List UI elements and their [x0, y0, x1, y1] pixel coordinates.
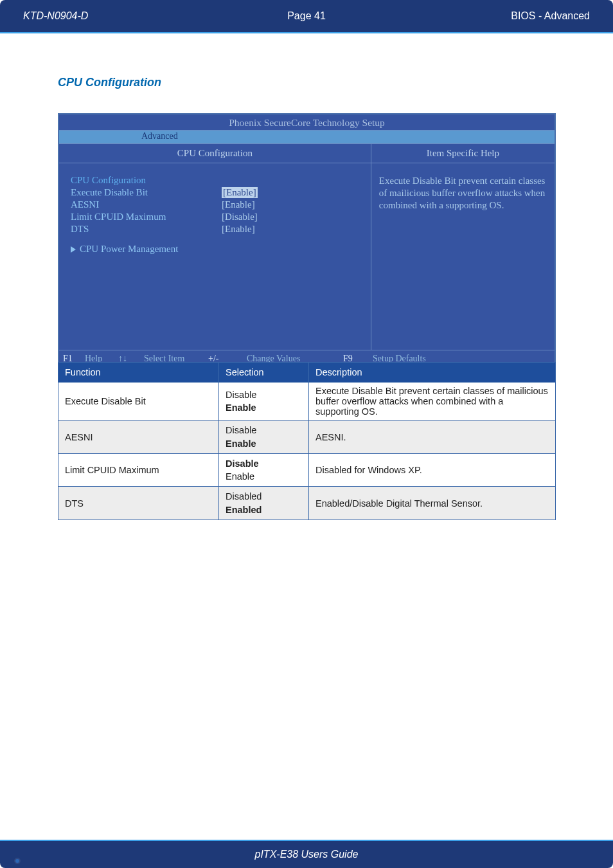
- bios-item-title: CPU Configuration: [71, 175, 364, 186]
- bios-right-panel: Item Specific Help Execute Disable Bit p…: [371, 144, 555, 350]
- selection-option: Disable: [226, 388, 302, 401]
- cell-function: Execute Disable Bit: [58, 383, 219, 420]
- table-row: AESNIDisableEnableAESNI.: [58, 420, 556, 454]
- bios-left-content: CPU Configuration Execute Disable Bit [E…: [59, 163, 371, 350]
- selection-option: Enable: [226, 470, 302, 483]
- cell-description: AESNI.: [309, 420, 556, 454]
- table-row: Execute Disable BitDisableEnableExecute …: [58, 383, 556, 420]
- bios-item-dts[interactable]: DTS [Enable]: [71, 224, 364, 235]
- bios-item-limit-cpuid[interactable]: Limit CPUID Maximum [Disable]: [71, 212, 364, 222]
- cell-selection: DisableEnable: [219, 383, 309, 420]
- bios-body: CPU Configuration CPU Configuration Exec…: [59, 143, 555, 350]
- cell-description: Disabled for Windows XP.: [309, 453, 556, 487]
- bios-item-value: [Enable]: [222, 199, 255, 210]
- cell-function: AESNI: [58, 420, 219, 454]
- page-header: KTD-N0904-D Page 41 BIOS - Advanced: [0, 0, 613, 33]
- section-heading: CPU Configuration: [58, 76, 161, 89]
- bios-setup-title: Phoenix SecureCore Technology Setup: [59, 114, 555, 131]
- section-path: BIOS - Advanced: [401, 10, 590, 22]
- cell-selection: DisableEnable: [219, 453, 309, 487]
- bios-left-panel: CPU Configuration CPU Configuration Exec…: [59, 144, 371, 350]
- page-footer: pITX-E38 Users Guide: [0, 840, 613, 868]
- th-function: Function: [58, 363, 219, 383]
- bios-item-label: DTS: [71, 224, 222, 235]
- selection-option: Disable: [226, 457, 302, 470]
- cell-description: Execute Disable Bit prevent certain clas…: [309, 383, 556, 420]
- bios-setup-panel: Phoenix SecureCore Technology Setup Adva…: [58, 113, 556, 383]
- bios-left-title: CPU Configuration: [59, 144, 371, 163]
- bios-item-value-selected[interactable]: [Enable]: [222, 187, 258, 198]
- bios-item-execute-disable-bit[interactable]: Execute Disable Bit [Enable]: [71, 187, 364, 198]
- cell-selection: DisabledEnabled: [219, 487, 309, 520]
- bios-right-title: Item Specific Help: [371, 144, 555, 163]
- selection-option: Enable: [226, 437, 302, 450]
- selection-option: Disable: [226, 424, 302, 437]
- bios-tab-advanced[interactable]: Advanced: [134, 131, 186, 142]
- table-row: DTSDisabledEnabledEnabled/Disable Digita…: [58, 487, 556, 520]
- bios-help-text: Execute Disable Bit prevent certain clas…: [371, 163, 555, 222]
- bios-submenu-label: CPU Power Management: [80, 244, 178, 254]
- selection-option: Enable: [226, 401, 302, 414]
- bios-item-label: Limit CPUID Maximum: [71, 212, 222, 222]
- cell-function: Limit CPUID Maximum: [58, 453, 219, 487]
- th-description: Description: [309, 363, 556, 383]
- bios-item-label: Execute Disable Bit: [71, 187, 222, 198]
- cell-selection: DisableEnable: [219, 420, 309, 454]
- selection-option: Disabled: [226, 490, 302, 503]
- bios-tab-row: Advanced: [59, 131, 555, 143]
- page-number: Page 41: [212, 10, 401, 22]
- cell-description: Enabled/Disable Digital Thermal Sensor.: [309, 487, 556, 520]
- doc-id: KTD-N0904-D: [23, 10, 212, 22]
- options-table-head: Function Selection Description: [58, 363, 556, 383]
- submenu-triangle-icon: [71, 246, 76, 253]
- bios-item-value: [Enable]: [222, 224, 255, 235]
- bios-submenu-cpu-power[interactable]: CPU Power Management: [71, 244, 364, 255]
- footer-text: pITX-E38 Users Guide: [255, 849, 359, 860]
- bios-item-aesni[interactable]: AESNI [Enable]: [71, 199, 364, 210]
- bios-item-value: [Disable]: [222, 212, 258, 222]
- options-table: Function Selection Description Execute D…: [58, 362, 556, 520]
- selection-option: Enabled: [226, 503, 302, 516]
- bios-item-label: CPU Configuration: [71, 175, 222, 186]
- cell-function: DTS: [58, 487, 219, 520]
- options-table-body: Execute Disable BitDisableEnableExecute …: [58, 383, 556, 520]
- table-row: Limit CPUID MaximumDisableEnableDisabled…: [58, 453, 556, 487]
- bios-item-label: AESNI: [71, 199, 222, 210]
- th-selection: Selection: [219, 363, 309, 383]
